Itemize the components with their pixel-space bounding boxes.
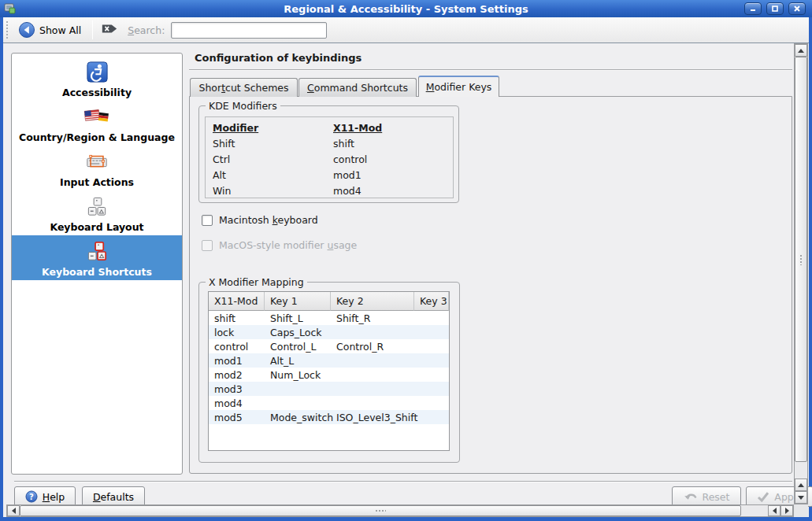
table-cell [265, 382, 331, 396]
table-cell: control [333, 153, 453, 165]
kde-modifiers-rows: ShiftshiftCtrlcontrolAltmod1Winmod4 [206, 135, 453, 198]
table-cell [414, 382, 449, 396]
horizontal-scrollbar-thumb[interactable] [20, 505, 741, 516]
scrollbar-track[interactable] [741, 505, 768, 516]
table-row[interactable]: mod5Mode_switchISO_Level3_Shift [209, 410, 449, 424]
table-cell [331, 396, 414, 410]
scrollbar-corner [794, 504, 808, 517]
checkbox-box [202, 240, 213, 251]
sidebar-item-keyboard-shortcuts[interactable]: Keyboard Shortcuts [12, 235, 182, 280]
table-cell: mod4 [209, 396, 265, 410]
arrow-up-icon [798, 49, 804, 53]
sidebar-item-keyboard-layout[interactable]: Keyboard Layout [12, 190, 182, 235]
table-row[interactable]: controlControl_LControl_R [209, 339, 449, 353]
search-input[interactable] [171, 22, 327, 39]
horizontal-scrollbar[interactable] [6, 504, 794, 517]
sidebar-item-label: Input Actions [60, 177, 134, 188]
table-cell [414, 353, 449, 368]
table-cell [331, 325, 414, 339]
table-cell [265, 396, 331, 410]
clear-search-button[interactable] [99, 20, 120, 39]
sidebar-item-country-language[interactable]: Country/Region & Language [12, 101, 182, 146]
column-header: Modifier [213, 122, 333, 134]
table-row[interactable]: lockCaps_Lock [209, 325, 449, 339]
window-title: Regional & Accessibility - System Settin… [0, 3, 812, 15]
table-cell: lock [209, 325, 265, 339]
sidebar-item-label: Accessibility [62, 87, 132, 98]
scroll-up-button[interactable] [795, 44, 807, 57]
table-cell: shift [333, 138, 453, 150]
scroll-up-button-bottom[interactable] [795, 479, 807, 491]
arrow-left-icon [773, 508, 777, 514]
scroll-left-button-right[interactable] [768, 505, 780, 516]
checkbox-box[interactable] [202, 215, 213, 226]
table-cell: mod4 [333, 185, 453, 197]
table-cell: control [209, 339, 265, 353]
group-title: X Modifier Mapping [206, 276, 307, 288]
table-cell [414, 325, 449, 339]
table-cell: Control_R [331, 339, 414, 353]
svg-text:?: ? [29, 493, 34, 501]
table-row[interactable]: shiftShift_LShift_R [209, 311, 449, 325]
kde-modifiers-group: KDE Modifiers Modifier X11-Mod Shiftshif… [198, 105, 459, 203]
table-cell [331, 368, 414, 382]
close-button[interactable] [788, 2, 806, 15]
table-row: Winmod4 [206, 183, 453, 198]
arrow-left-icon [12, 508, 16, 514]
maximize-button[interactable] [766, 2, 784, 15]
table-cell: mod1 [333, 169, 453, 181]
scroll-down-button[interactable] [795, 491, 807, 504]
table-cell: shift [209, 311, 265, 325]
thumb-grip [800, 254, 802, 265]
close-icon [793, 5, 801, 13]
x-modifier-table-header: X11-Mod Key 1 Key 2 Key 3 [209, 292, 449, 311]
tab-command-shortcuts[interactable]: Command Shortcuts [298, 78, 417, 97]
macos-style-modifier-checkbox: MacOS-style modifier usage [202, 239, 357, 251]
vertical-scrollbar-thumb[interactable] [795, 57, 807, 462]
table-row[interactable]: mod1Alt_L [209, 353, 449, 368]
system-settings-window: Regional & Accessibility - System Settin… [0, 0, 812, 521]
sidebar-item-label: Keyboard Shortcuts [42, 267, 152, 278]
tab-shortcut-schemes[interactable]: Shortcut Schemes [190, 78, 298, 97]
table-cell: Caps_Lock [265, 325, 331, 339]
table-row[interactable]: mod4 [209, 396, 449, 410]
window-icon[interactable] [4, 2, 17, 15]
column-header[interactable]: Key 3 [414, 292, 449, 311]
column-header[interactable]: Key 2 [331, 292, 414, 311]
macintosh-keyboard-checkbox[interactable]: Macintosh keyboard [202, 214, 318, 226]
scroll-left-button[interactable] [7, 505, 20, 516]
keyboard-layout-icon [85, 194, 109, 220]
tab-bar: Shortcut Schemes Command Shortcuts Modif… [190, 76, 500, 97]
back-arrow-icon [18, 21, 35, 39]
table-cell [414, 368, 449, 382]
module-sidebar: Accessibility Country/Region [11, 53, 183, 475]
table-cell: Ctrl [213, 153, 333, 165]
toolbar-drag-handle[interactable] [6, 20, 9, 39]
help-label: Help [43, 491, 65, 503]
tab-label: Command Shortcuts [307, 82, 408, 94]
sidebar-item-accessibility[interactable]: Accessibility [12, 56, 182, 101]
x-modifier-table: X11-Mod Key 1 Key 2 Key 3 shiftShift_LSh… [208, 291, 450, 451]
column-header[interactable]: X11-Mod [209, 292, 265, 311]
table-cell: mod2 [209, 368, 265, 382]
maximize-icon [771, 5, 779, 13]
reset-label: Reset [703, 491, 730, 503]
minimize-button[interactable] [744, 2, 762, 15]
table-cell: Alt_L [265, 353, 331, 368]
tab-label: Shortcut Schemes [198, 82, 288, 94]
table-cell: mod3 [209, 382, 265, 396]
table-row[interactable]: mod2Num_Lock [209, 368, 449, 382]
table-cell [331, 382, 414, 396]
table-cell [414, 396, 449, 410]
tab-modifier-keys[interactable]: Modifier Keys [418, 76, 499, 97]
column-header[interactable]: Key 1 [265, 292, 331, 311]
defaults-label: Defaults [93, 491, 134, 503]
vertical-scrollbar[interactable] [794, 43, 808, 504]
table-row[interactable]: mod3 [209, 382, 449, 396]
show-all-button[interactable]: Show All [14, 20, 85, 40]
sidebar-item-input-actions[interactable]: Input Actions [12, 146, 182, 190]
table-cell [414, 339, 449, 353]
search-label: Search: [128, 24, 165, 36]
scroll-right-button[interactable] [780, 505, 793, 516]
titlebar[interactable]: Regional & Accessibility - System Settin… [0, 0, 812, 17]
